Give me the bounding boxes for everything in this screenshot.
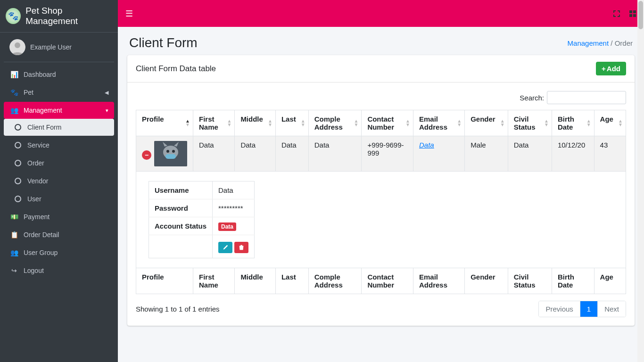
foot-profile: Profile bbox=[136, 268, 193, 294]
svg-rect-12 bbox=[165, 154, 176, 159]
topbar: ☰ bbox=[118, 0, 644, 27]
cell-email-link[interactable]: Data bbox=[419, 141, 434, 149]
cell-gender: Male bbox=[465, 136, 508, 172]
chevron-down-icon: ▾ bbox=[106, 107, 108, 114]
sidebar-item-vendor[interactable]: Vendor bbox=[4, 173, 114, 189]
edit-button[interactable] bbox=[218, 242, 232, 253]
sort-icon: ▲▼ bbox=[500, 119, 505, 127]
delete-button[interactable] bbox=[234, 242, 248, 253]
page-1[interactable]: 1 bbox=[580, 301, 598, 317]
page-title: Client Form bbox=[129, 35, 198, 50]
avatar bbox=[9, 39, 25, 55]
col-age[interactable]: Age▲▼ bbox=[594, 110, 626, 136]
svg-rect-5 bbox=[633, 14, 636, 17]
foot-gender: Gender bbox=[465, 268, 508, 294]
page-next[interactable]: Next bbox=[598, 301, 626, 317]
sort-icon: ▲▼ bbox=[185, 119, 190, 127]
circle-icon bbox=[13, 196, 23, 202]
sort-icon: ▲▼ bbox=[354, 119, 358, 127]
sidebar-item-pet[interactable]: 🐾Pet◀ bbox=[4, 84, 114, 101]
sidebar-item-management[interactable]: 👥Management▾ bbox=[4, 102, 114, 119]
search-input[interactable] bbox=[547, 91, 626, 104]
cell-age: 43 bbox=[594, 136, 626, 172]
cell-first-name: Data bbox=[193, 136, 235, 172]
sidebar-item-user[interactable]: User bbox=[4, 190, 114, 207]
col-address[interactable]: Comple Address▲▼ bbox=[308, 110, 362, 136]
users-icon: 👥 bbox=[9, 249, 19, 256]
pencil-icon bbox=[222, 244, 229, 251]
cell-middle: Data bbox=[235, 136, 276, 172]
users-icon: 👥 bbox=[9, 107, 19, 114]
sidebar-item-order[interactable]: Order bbox=[4, 155, 114, 172]
trash-icon bbox=[238, 244, 245, 251]
dashboard-icon: 📊 bbox=[9, 71, 19, 78]
svg-point-11 bbox=[172, 150, 175, 153]
add-button[interactable]: +Add bbox=[596, 62, 626, 75]
table-info: Showing 1 to 1 of 1 entries bbox=[136, 305, 220, 313]
circle-icon bbox=[13, 142, 23, 148]
foot-last: Last bbox=[275, 268, 308, 294]
menu-toggle-icon[interactable]: ☰ bbox=[125, 8, 133, 19]
foot-birth-date: Birth Date bbox=[552, 268, 594, 294]
brand-logo-icon: 🐾 bbox=[6, 8, 21, 24]
cell-address: Data bbox=[308, 136, 362, 172]
data-table: Profile▲▼ First Name▲▼ Middle▲▼ Last▲▼ C… bbox=[136, 110, 626, 294]
profile-image bbox=[154, 141, 187, 166]
nav-menu: 📊Dashboard 🐾Pet◀ 👥Management▾ Client For… bbox=[0, 62, 118, 284]
sort-icon: ▲▼ bbox=[301, 119, 305, 127]
sort-icon: ▲▼ bbox=[618, 119, 623, 127]
chevron-left-icon: ◀ bbox=[105, 90, 108, 96]
svg-rect-2 bbox=[629, 10, 632, 13]
brand-title: Pet Shop Management bbox=[25, 6, 112, 26]
card: Client Form Data table +Add Search: Prof… bbox=[127, 55, 635, 326]
sidebar-item-client-form[interactable]: Client Form bbox=[4, 119, 114, 136]
child-username-value: Data bbox=[213, 181, 255, 199]
col-email[interactable]: Email Address▲▼ bbox=[413, 110, 465, 136]
logout-icon: ↪ bbox=[9, 267, 19, 274]
cell-contact: +999-9699-999 bbox=[362, 136, 413, 172]
col-contact[interactable]: Contact Number▲▼ bbox=[362, 110, 413, 136]
sidebar-item-logout[interactable]: ↪Logout bbox=[4, 262, 114, 279]
scrollbar[interactable] bbox=[637, 0, 644, 362]
col-middle[interactable]: Middle▲▼ bbox=[235, 110, 276, 136]
scrollbar-thumb[interactable] bbox=[638, 1, 643, 29]
sort-icon: ▲▼ bbox=[544, 119, 549, 127]
plus-icon: + bbox=[602, 65, 606, 73]
sort-icon: ▲▼ bbox=[227, 119, 231, 127]
foot-civil-status: Civil Status bbox=[508, 268, 552, 294]
foot-age: Age bbox=[594, 268, 626, 294]
col-civil-status[interactable]: Civil Status▲▼ bbox=[508, 110, 552, 136]
sidebar-item-service[interactable]: Service bbox=[4, 137, 114, 154]
brand[interactable]: 🐾 Pet Shop Management bbox=[0, 0, 118, 33]
svg-point-1 bbox=[15, 42, 20, 48]
row-collapse-icon[interactable]: − bbox=[142, 150, 151, 160]
col-last[interactable]: Last▲▼ bbox=[275, 110, 308, 136]
svg-rect-4 bbox=[629, 14, 632, 17]
page-previous[interactable]: Previous bbox=[539, 301, 580, 317]
sort-icon: ▲▼ bbox=[405, 119, 410, 127]
fullscreen-toggle-icon[interactable] bbox=[613, 10, 620, 17]
cell-birth-date: 10/12/20 bbox=[552, 136, 594, 172]
circle-icon bbox=[13, 160, 23, 166]
svg-point-10 bbox=[166, 150, 169, 153]
circle-icon bbox=[13, 124, 23, 131]
sidebar-item-payment[interactable]: 💵Payment bbox=[4, 208, 114, 225]
foot-first-name: First Name bbox=[193, 268, 235, 294]
col-birth-date[interactable]: Birth Date▲▼ bbox=[552, 110, 594, 136]
child-password-label: Password bbox=[149, 199, 213, 217]
col-profile[interactable]: Profile▲▼ bbox=[136, 110, 193, 136]
sidebar-item-user-group[interactable]: 👥User Group bbox=[4, 244, 114, 261]
col-first-name[interactable]: First Name▲▼ bbox=[193, 110, 235, 136]
col-gender[interactable]: Gender▲▼ bbox=[465, 110, 508, 136]
grid-icon[interactable] bbox=[629, 10, 636, 17]
sidebar-item-dashboard[interactable]: 📊Dashboard bbox=[4, 66, 114, 83]
breadcrumb-parent[interactable]: Management bbox=[568, 39, 609, 47]
paw-icon: 🐾 bbox=[9, 89, 19, 96]
pagination: Previous 1 Next bbox=[538, 301, 626, 317]
card-title: Client Form Data table bbox=[136, 64, 216, 74]
sidebar-item-order-detail[interactable]: 📋Order Detail bbox=[4, 226, 114, 243]
search-label: Search: bbox=[520, 94, 544, 102]
table-row: − Data Data Data Data bbox=[136, 136, 626, 172]
user-panel[interactable]: Example User bbox=[4, 33, 114, 62]
foot-middle: Middle bbox=[235, 268, 276, 294]
